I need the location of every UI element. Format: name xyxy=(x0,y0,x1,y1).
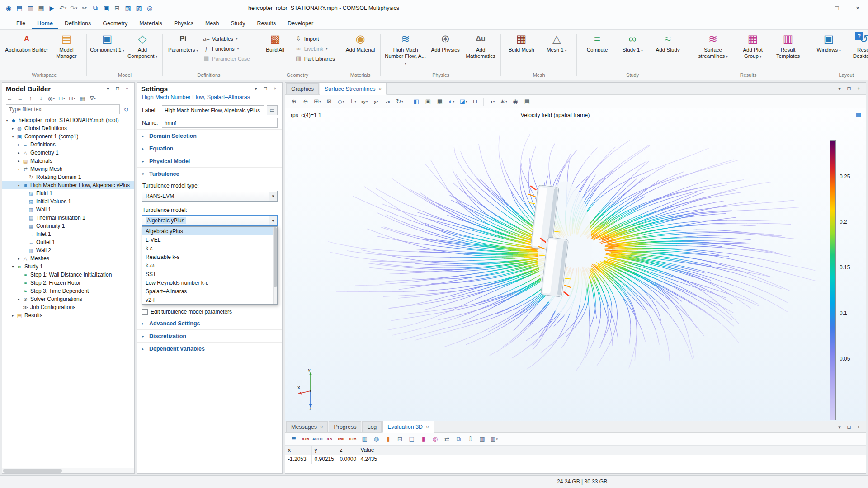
section-header-discretization[interactable]: ▸Discretization xyxy=(137,330,282,342)
polar-plot-icon[interactable]: ◎ xyxy=(430,435,440,444)
close-button[interactable]: × xyxy=(847,0,868,16)
ribbon-button-windows[interactable]: ▣Windows ▾ xyxy=(811,31,846,53)
chevron-down-icon[interactable]: ▾ xyxy=(836,85,843,92)
print-plot-icon[interactable]: ▤ xyxy=(522,96,532,107)
dropdown-option-k[interactable]: k-ε xyxy=(142,244,277,253)
edit-turbulence-parameters-checkbox[interactable]: Edit turbulence model parameters xyxy=(137,307,282,317)
tab-graphics[interactable]: Graphics xyxy=(286,83,319,94)
lock-view-icon[interactable]: ⊓ xyxy=(470,96,480,107)
tree-item-fluid-1[interactable]: ▨Fluid 1 xyxy=(2,189,134,197)
full-precision-icon[interactable]: ≣ xyxy=(289,435,299,444)
menu-tab-home[interactable]: Home xyxy=(32,18,58,29)
search-window-icon[interactable]: ◎ xyxy=(145,3,155,14)
copy-icon[interactable]: ⧉ xyxy=(90,3,100,14)
run-icon[interactable]: ▶ xyxy=(47,3,57,14)
ribbon-button-high-mach-number-flow-a[interactable]: ≋High Mach Number Flow, A... ▾ xyxy=(384,31,427,66)
horizontal-scrollbar[interactable] xyxy=(2,468,134,473)
tab-evaluation-3d[interactable]: Evaluation 3D× xyxy=(382,421,434,433)
pin-icon[interactable]: ⌖ xyxy=(271,85,278,93)
chevron-down-icon[interactable]: ▾ xyxy=(836,423,843,431)
tree-item-step-2-frozen-rotor[interactable]: ≈Step 2: Frozen Rotor xyxy=(2,279,134,287)
menu-tab-mesh[interactable]: Mesh xyxy=(200,18,225,29)
window-grid-icon[interactable]: ▨ xyxy=(134,3,144,14)
menu-tab-materials[interactable]: Materials xyxy=(134,18,168,29)
menu-tab-file[interactable]: File xyxy=(11,18,31,29)
table-row[interactable]: -1.20530.902150.00004.2435 xyxy=(285,455,866,464)
delete-table-icon[interactable]: ⊟ xyxy=(395,435,405,444)
dropdown-option-realizable-k[interactable]: Realizable k-ε xyxy=(142,253,277,261)
scrollbar-thumb[interactable] xyxy=(3,469,62,473)
transparency-icon[interactable]: ◧ xyxy=(411,96,421,107)
zoom-in-icon[interactable]: ⊕ xyxy=(289,96,299,107)
expander-icon[interactable]: ▾ xyxy=(4,118,10,122)
ribbon-button-build-mesh[interactable]: ▦Build Mesh xyxy=(504,31,538,53)
color-theme-icon[interactable]: ◑▾ xyxy=(487,96,497,107)
section-header-equation[interactable]: ▸Equation xyxy=(137,142,282,155)
ribbon-button-add-physics[interactable]: ⊛Add Physics xyxy=(428,31,462,53)
close-tab-icon[interactable]: × xyxy=(379,86,382,92)
menu-tab-results[interactable]: Results xyxy=(252,18,282,29)
tab-surface-streamlines[interactable]: Surface Streamlines× xyxy=(320,83,387,95)
name-input[interactable] xyxy=(162,118,278,128)
expand-all-icon[interactable]: ⊞▾ xyxy=(68,94,76,103)
tree-item-component-1-comp1[interactable]: ▾▣Component 1 (comp1) xyxy=(2,132,134,141)
close-tab-icon[interactable]: × xyxy=(320,424,323,430)
refresh-icon[interactable]: ↻ xyxy=(122,104,131,114)
minimize-button[interactable]: – xyxy=(806,0,826,16)
ribbon-button-parameters[interactable]: PiParameters ▾ xyxy=(166,31,200,53)
fraction-notation-icon[interactable]: 0.85 xyxy=(348,435,358,444)
float-panel-icon[interactable]: ⊡ xyxy=(262,85,269,93)
move-down-icon[interactable]: ↓ xyxy=(37,94,45,103)
ribbon-button-result-templates[interactable]: ▥Result Templates xyxy=(771,31,805,60)
zoom-box-icon[interactable]: ⊞▾ xyxy=(312,96,322,107)
view-yz-icon[interactable]: yz xyxy=(371,96,381,107)
pin-icon[interactable]: ⌖ xyxy=(855,85,862,92)
ribbon-button-part-libraries[interactable]: ▥Part Libraries xyxy=(293,54,337,63)
filter-icon[interactable]: ∇▾ xyxy=(89,94,97,103)
checkbox-icon[interactable] xyxy=(142,309,148,315)
result-marker-icon[interactable]: ▤ xyxy=(856,111,861,118)
section-header-physical-model[interactable]: ▸Physical Model xyxy=(137,155,282,167)
cut-icon[interactable]: ✂ xyxy=(80,3,90,14)
ribbon-button-surface-streamlines[interactable]: ≋Surface streamlines ▾ xyxy=(691,31,735,60)
image-snapshot-icon[interactable]: ▣ xyxy=(423,96,433,107)
tree-item-high-mach-number-flow-algebraic-yplus[interactable]: ▾≋High Mach Number Flow, Algebraic yPlus xyxy=(2,181,134,189)
dropdown-scrollbar[interactable] xyxy=(273,227,277,304)
show-icon[interactable]: ◎▾ xyxy=(47,94,55,103)
more-table-icon[interactable]: ▦▾ xyxy=(489,435,499,444)
copy-table-icon[interactable]: ⧉ xyxy=(454,435,464,444)
tree-item-initial-values-1[interactable]: ▧Initial Values 1 xyxy=(2,197,134,206)
expander-icon[interactable]: ▸ xyxy=(16,159,22,163)
ribbon-button-add-component[interactable]: ◇Add Component ▾ xyxy=(125,31,160,60)
tree-item-definitions[interactable]: ▸≡Definitions xyxy=(2,141,134,149)
expander-icon[interactable]: ▸ xyxy=(10,314,16,318)
ribbon-button-functions[interactable]: ƒFunctions▾ xyxy=(201,44,252,53)
move-up-icon[interactable]: ↑ xyxy=(27,94,34,103)
ribbon-button-build-all[interactable]: ▩Build All xyxy=(258,31,292,53)
section-header-domain-selection[interactable]: ▸Domain Selection xyxy=(137,130,282,142)
tree-item-results[interactable]: ▸▤Results xyxy=(2,311,134,319)
ribbon-button-add-study[interactable]: ≈Add Study xyxy=(651,31,685,53)
tree-item-global-definitions[interactable]: ▸◍Global Definitions xyxy=(2,124,134,132)
paste-icon[interactable]: ▣ xyxy=(101,3,111,14)
zoom-out-icon[interactable]: ⊖ xyxy=(301,96,311,107)
scientific-notation-icon[interactable]: 8.85 xyxy=(301,435,311,444)
maximize-button[interactable]: □ xyxy=(826,0,847,16)
view-xy-icon[interactable]: xy▾ xyxy=(359,96,369,107)
dropdown-option-sst[interactable]: SST xyxy=(142,270,277,278)
dropdown-option-l-vel[interactable]: L-VEL xyxy=(142,235,277,244)
table-graph-icon[interactable]: ▤ xyxy=(407,435,417,444)
pin-icon[interactable]: ⌖ xyxy=(123,85,131,93)
color-pen-icon[interactable]: ▮ xyxy=(383,435,393,444)
tree-item-inlet-1[interactable]: →Inlet 1 xyxy=(2,230,134,238)
section-header-turbulence[interactable]: ▾ Turbulence xyxy=(137,168,282,180)
globe-plot-icon[interactable]: ◍ xyxy=(372,435,382,444)
tab-log[interactable]: Log xyxy=(362,421,382,432)
graphics-canvas[interactable]: rps_c(4)=1 1 Velocity field (spatial fra… xyxy=(285,108,866,421)
chevron-down-icon[interactable]: ▾ xyxy=(252,85,259,93)
scene-settings-icon[interactable]: ∗▾ xyxy=(499,96,509,107)
forward-icon[interactable]: → xyxy=(16,94,24,103)
save-icon[interactable]: ▥ xyxy=(25,3,35,14)
section-header-advanced-settings[interactable]: ▸Advanced Settings xyxy=(137,317,282,329)
dropdown-option-algebraic-yplus[interactable]: Algebraic yPlus xyxy=(142,227,277,235)
